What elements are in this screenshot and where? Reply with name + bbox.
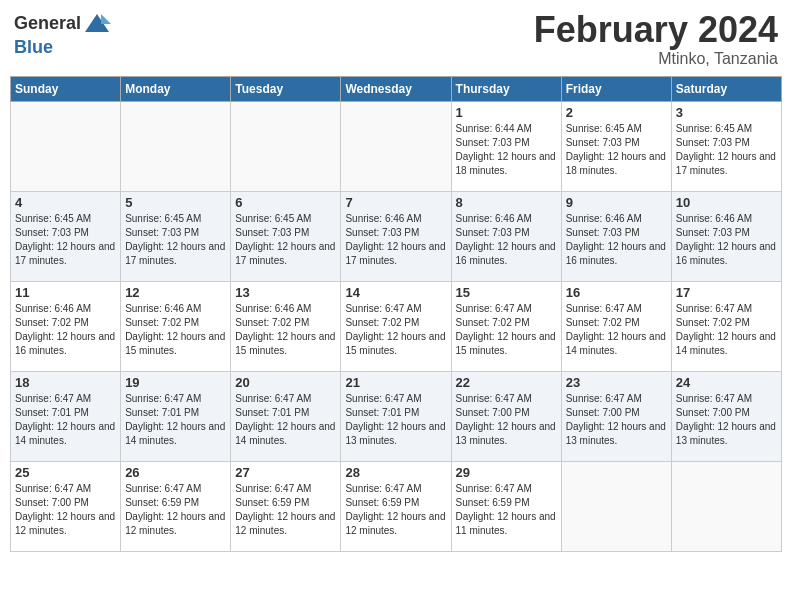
calendar-day-4: 4Sunrise: 6:45 AM Sunset: 7:03 PM Daylig… [11, 191, 121, 281]
calendar-week-5: 25Sunrise: 6:47 AM Sunset: 7:00 PM Dayli… [11, 461, 782, 551]
day-number-6: 6 [235, 195, 336, 210]
logo: General Blue [14, 10, 111, 58]
calendar-day-24: 24Sunrise: 6:47 AM Sunset: 7:00 PM Dayli… [671, 371, 781, 461]
weekday-header-thursday: Thursday [451, 76, 561, 101]
day-number-22: 22 [456, 375, 557, 390]
calendar-day-10: 10Sunrise: 6:46 AM Sunset: 7:03 PM Dayli… [671, 191, 781, 281]
day-number-5: 5 [125, 195, 226, 210]
calendar-day-28: 28Sunrise: 6:47 AM Sunset: 6:59 PM Dayli… [341, 461, 451, 551]
day-info-23: Sunrise: 6:47 AM Sunset: 7:00 PM Dayligh… [566, 392, 667, 448]
day-number-17: 17 [676, 285, 777, 300]
calendar-day-19: 19Sunrise: 6:47 AM Sunset: 7:01 PM Dayli… [121, 371, 231, 461]
calendar-day-18: 18Sunrise: 6:47 AM Sunset: 7:01 PM Dayli… [11, 371, 121, 461]
day-info-29: Sunrise: 6:47 AM Sunset: 6:59 PM Dayligh… [456, 482, 557, 538]
day-number-8: 8 [456, 195, 557, 210]
day-info-12: Sunrise: 6:46 AM Sunset: 7:02 PM Dayligh… [125, 302, 226, 358]
calendar-day-7: 7Sunrise: 6:46 AM Sunset: 7:03 PM Daylig… [341, 191, 451, 281]
calendar-week-2: 4Sunrise: 6:45 AM Sunset: 7:03 PM Daylig… [11, 191, 782, 281]
day-number-27: 27 [235, 465, 336, 480]
day-info-21: Sunrise: 6:47 AM Sunset: 7:01 PM Dayligh… [345, 392, 446, 448]
day-info-6: Sunrise: 6:45 AM Sunset: 7:03 PM Dayligh… [235, 212, 336, 268]
calendar-day-26: 26Sunrise: 6:47 AM Sunset: 6:59 PM Dayli… [121, 461, 231, 551]
calendar-week-3: 11Sunrise: 6:46 AM Sunset: 7:02 PM Dayli… [11, 281, 782, 371]
day-number-12: 12 [125, 285, 226, 300]
day-info-10: Sunrise: 6:46 AM Sunset: 7:03 PM Dayligh… [676, 212, 777, 268]
day-info-9: Sunrise: 6:46 AM Sunset: 7:03 PM Dayligh… [566, 212, 667, 268]
day-info-26: Sunrise: 6:47 AM Sunset: 6:59 PM Dayligh… [125, 482, 226, 538]
day-number-14: 14 [345, 285, 446, 300]
logo-icon [83, 10, 111, 38]
day-info-24: Sunrise: 6:47 AM Sunset: 7:00 PM Dayligh… [676, 392, 777, 448]
day-number-29: 29 [456, 465, 557, 480]
day-info-11: Sunrise: 6:46 AM Sunset: 7:02 PM Dayligh… [15, 302, 116, 358]
day-info-5: Sunrise: 6:45 AM Sunset: 7:03 PM Dayligh… [125, 212, 226, 268]
day-number-24: 24 [676, 375, 777, 390]
calendar-day-14: 14Sunrise: 6:47 AM Sunset: 7:02 PM Dayli… [341, 281, 451, 371]
day-info-19: Sunrise: 6:47 AM Sunset: 7:01 PM Dayligh… [125, 392, 226, 448]
calendar-day-empty [671, 461, 781, 551]
calendar-day-empty [121, 101, 231, 191]
day-info-20: Sunrise: 6:47 AM Sunset: 7:01 PM Dayligh… [235, 392, 336, 448]
day-info-14: Sunrise: 6:47 AM Sunset: 7:02 PM Dayligh… [345, 302, 446, 358]
day-number-4: 4 [15, 195, 116, 210]
calendar-day-6: 6Sunrise: 6:45 AM Sunset: 7:03 PM Daylig… [231, 191, 341, 281]
day-number-28: 28 [345, 465, 446, 480]
calendar-week-4: 18Sunrise: 6:47 AM Sunset: 7:01 PM Dayli… [11, 371, 782, 461]
calendar-day-23: 23Sunrise: 6:47 AM Sunset: 7:00 PM Dayli… [561, 371, 671, 461]
title-section: February 2024 Mtinko, Tanzania [534, 10, 778, 68]
calendar-day-empty [231, 101, 341, 191]
weekday-header-monday: Monday [121, 76, 231, 101]
day-info-18: Sunrise: 6:47 AM Sunset: 7:01 PM Dayligh… [15, 392, 116, 448]
day-info-22: Sunrise: 6:47 AM Sunset: 7:00 PM Dayligh… [456, 392, 557, 448]
day-number-18: 18 [15, 375, 116, 390]
day-number-20: 20 [235, 375, 336, 390]
calendar-table: SundayMondayTuesdayWednesdayThursdayFrid… [10, 76, 782, 552]
day-number-9: 9 [566, 195, 667, 210]
month-title: February 2024 [534, 10, 778, 50]
day-number-1: 1 [456, 105, 557, 120]
day-info-25: Sunrise: 6:47 AM Sunset: 7:00 PM Dayligh… [15, 482, 116, 538]
calendar-day-empty [341, 101, 451, 191]
day-number-25: 25 [15, 465, 116, 480]
location-title: Mtinko, Tanzania [534, 50, 778, 68]
day-info-1: Sunrise: 6:44 AM Sunset: 7:03 PM Dayligh… [456, 122, 557, 178]
calendar-day-27: 27Sunrise: 6:47 AM Sunset: 6:59 PM Dayli… [231, 461, 341, 551]
calendar-day-20: 20Sunrise: 6:47 AM Sunset: 7:01 PM Dayli… [231, 371, 341, 461]
day-info-4: Sunrise: 6:45 AM Sunset: 7:03 PM Dayligh… [15, 212, 116, 268]
calendar-day-9: 9Sunrise: 6:46 AM Sunset: 7:03 PM Daylig… [561, 191, 671, 281]
weekday-header-friday: Friday [561, 76, 671, 101]
calendar-day-3: 3Sunrise: 6:45 AM Sunset: 7:03 PM Daylig… [671, 101, 781, 191]
day-info-27: Sunrise: 6:47 AM Sunset: 6:59 PM Dayligh… [235, 482, 336, 538]
page-header: General Blue February 2024 Mtinko, Tanza… [10, 10, 782, 68]
day-number-16: 16 [566, 285, 667, 300]
day-info-8: Sunrise: 6:46 AM Sunset: 7:03 PM Dayligh… [456, 212, 557, 268]
day-info-16: Sunrise: 6:47 AM Sunset: 7:02 PM Dayligh… [566, 302, 667, 358]
day-number-11: 11 [15, 285, 116, 300]
logo-general-text: General [14, 14, 81, 34]
day-number-23: 23 [566, 375, 667, 390]
weekday-header-saturday: Saturday [671, 76, 781, 101]
calendar-day-12: 12Sunrise: 6:46 AM Sunset: 7:02 PM Dayli… [121, 281, 231, 371]
calendar-day-11: 11Sunrise: 6:46 AM Sunset: 7:02 PM Dayli… [11, 281, 121, 371]
svg-marker-1 [101, 14, 111, 24]
calendar-week-1: 1Sunrise: 6:44 AM Sunset: 7:03 PM Daylig… [11, 101, 782, 191]
calendar-day-17: 17Sunrise: 6:47 AM Sunset: 7:02 PM Dayli… [671, 281, 781, 371]
calendar-day-21: 21Sunrise: 6:47 AM Sunset: 7:01 PM Dayli… [341, 371, 451, 461]
day-info-7: Sunrise: 6:46 AM Sunset: 7:03 PM Dayligh… [345, 212, 446, 268]
calendar-day-1: 1Sunrise: 6:44 AM Sunset: 7:03 PM Daylig… [451, 101, 561, 191]
day-number-26: 26 [125, 465, 226, 480]
calendar-day-empty [561, 461, 671, 551]
day-number-13: 13 [235, 285, 336, 300]
day-number-19: 19 [125, 375, 226, 390]
calendar-day-22: 22Sunrise: 6:47 AM Sunset: 7:00 PM Dayli… [451, 371, 561, 461]
logo-blue-text: Blue [14, 38, 111, 58]
weekday-header-row: SundayMondayTuesdayWednesdayThursdayFrid… [11, 76, 782, 101]
day-number-21: 21 [345, 375, 446, 390]
calendar-day-2: 2Sunrise: 6:45 AM Sunset: 7:03 PM Daylig… [561, 101, 671, 191]
day-number-10: 10 [676, 195, 777, 210]
day-info-13: Sunrise: 6:46 AM Sunset: 7:02 PM Dayligh… [235, 302, 336, 358]
day-info-3: Sunrise: 6:45 AM Sunset: 7:03 PM Dayligh… [676, 122, 777, 178]
weekday-header-wednesday: Wednesday [341, 76, 451, 101]
day-info-15: Sunrise: 6:47 AM Sunset: 7:02 PM Dayligh… [456, 302, 557, 358]
day-number-15: 15 [456, 285, 557, 300]
